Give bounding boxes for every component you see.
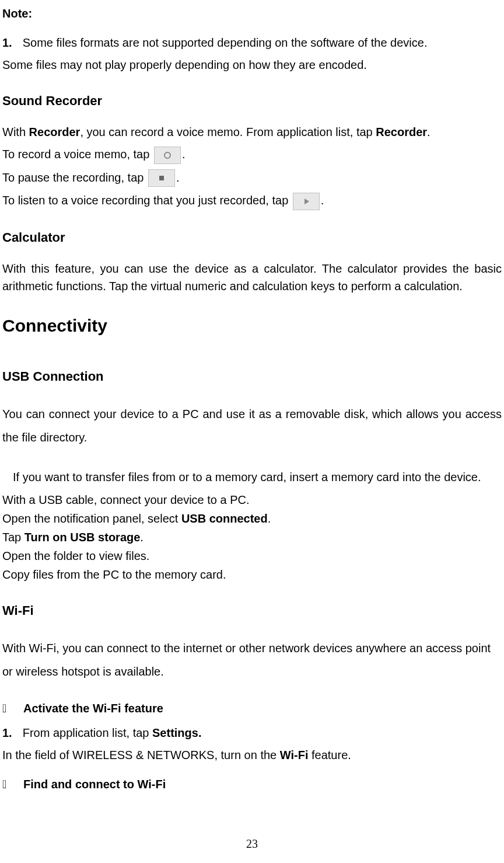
text-bold: Wi-Fi <box>280 749 309 761</box>
svg-marker-2 <box>304 199 309 204</box>
text: . <box>268 512 271 525</box>
text: To listen to a voice recording that you … <box>2 194 292 207</box>
page-number: 23 <box>0 835 504 852</box>
heading-wifi: Wi-Fi <box>2 601 502 620</box>
text: To record a voice memo, tap <box>2 148 153 161</box>
text: With <box>2 126 29 138</box>
wifi-bullet2-text: Find and connect to Wi-Fi <box>23 778 166 791</box>
text-bold: Settings. <box>152 726 201 739</box>
heading-calculator: Calculator <box>2 228 502 247</box>
wifi-bullet-find: Find and connect to Wi-Fi <box>2 775 502 793</box>
wifi-step-2: In the field of WIRELESS & NETWORKS, tur… <box>2 746 502 764</box>
usb-step1-text: If you want to transfer files from or to… <box>13 471 481 483</box>
list-number: 1. <box>2 34 12 51</box>
svg-point-0 <box>164 152 170 158</box>
list-number: 1. <box>2 724 12 742</box>
usb-step-1: 1.If you want to transfer files from or … <box>2 465 502 489</box>
text: In the field of WIRELESS & NETWORKS, tur… <box>2 749 280 761</box>
wifi-bullet1-text: Activate the Wi-Fi feature <box>23 702 163 715</box>
text: Open the notification panel, select <box>2 512 181 525</box>
usb-line-6: Copy files from the PC to the memory car… <box>2 566 502 583</box>
text: . <box>176 171 180 184</box>
wifi-bullet-activate: Activate the Wi-Fi feature <box>2 700 502 717</box>
note-heading: Note: <box>2 5 502 22</box>
bullet-icon:  <box>2 775 23 793</box>
text-bold: Recorder <box>376 126 427 138</box>
heading-sound-recorder: Sound Recorder <box>2 91 502 110</box>
note-text-1b: Some files may not play properly dependi… <box>2 56 502 74</box>
listen-line: To listen to a voice recording that you … <box>2 192 502 210</box>
text: From application list, tap <box>23 726 152 739</box>
text-bold: USB connected <box>181 512 268 525</box>
wifi-step-1: 1.From application list, tap Settings. <box>2 724 502 742</box>
stop-icon <box>148 169 175 187</box>
note-item-1: 1.Some files formats are not supported d… <box>2 34 502 51</box>
note-text-1a: Some files formats are not supported dep… <box>23 36 428 49</box>
record-icon <box>154 147 181 164</box>
text: . <box>321 194 324 207</box>
heading-connectivity: Connectivity <box>2 312 502 339</box>
svg-rect-1 <box>159 176 164 180</box>
text-bold: Recorder <box>29 126 80 138</box>
heading-usb: USB Connection <box>2 367 502 386</box>
wifi-intro: With Wi-Fi, you can connect to the inter… <box>2 636 502 683</box>
text: Tap <box>2 531 24 544</box>
text: , you can record a voice memo. From appl… <box>80 126 376 138</box>
calculator-body: With this feature, you can use the devic… <box>2 260 502 295</box>
play-icon <box>293 193 320 210</box>
usb-line-5: Open the folder to view files. <box>2 547 502 565</box>
text: feature. <box>308 749 351 761</box>
text: . <box>140 531 144 544</box>
usb-intro: You can connect your device to a PC and … <box>2 402 502 449</box>
pause-line: To pause the recording, tap . <box>2 169 502 187</box>
text-bold: Turn on USB storage <box>24 531 141 544</box>
usb-line-3: Open the notification panel, select USB … <box>2 510 502 527</box>
sound-recorder-intro: With Recorder, you can record a voice me… <box>2 123 502 141</box>
text: To pause the recording, tap <box>2 171 147 184</box>
text: . <box>427 126 430 138</box>
usb-line-4: Tap Turn on USB storage. <box>2 528 502 546</box>
text: . <box>182 148 186 161</box>
bullet-icon:  <box>2 700 23 717</box>
record-line: To record a voice memo, tap . <box>2 145 502 164</box>
usb-line-2: With a USB cable, connect your device to… <box>2 491 502 509</box>
